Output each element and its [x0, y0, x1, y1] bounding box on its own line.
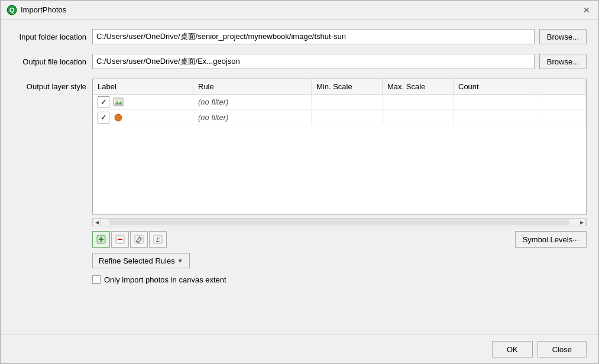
row1-extra — [536, 95, 586, 109]
bottom-bar: OK Close — [1, 334, 598, 363]
canvas-extent-checkbox[interactable] — [92, 275, 101, 284]
dialog-title: ImportPhotos — [21, 5, 66, 14]
col-header-extra — [536, 79, 586, 94]
toolbar-left: Σ — [92, 231, 167, 248]
row2-maxscale — [383, 110, 454, 125]
close-icon[interactable]: ✕ — [581, 4, 592, 16]
table-row[interactable]: (no filter) — [93, 110, 586, 125]
add-icon — [96, 235, 106, 244]
qgis-logo-icon: Q — [7, 5, 17, 15]
row1-label-cell — [93, 95, 193, 109]
ok-button[interactable]: OK — [492, 341, 533, 358]
row1-minscale — [312, 95, 383, 109]
edit-icon — [134, 235, 144, 244]
row2-count — [454, 110, 536, 125]
col-header-rule: Rule — [193, 79, 312, 94]
rules-table: Label Rule Min. Scale Max. Scale Count — [92, 79, 587, 214]
row1-checkbox[interactable] — [98, 96, 109, 108]
input-folder-row: Input folder location Browse... — [12, 29, 587, 44]
row1-count — [454, 95, 536, 109]
row2-label-cell — [93, 110, 193, 125]
refine-row: Refine Selected Rules ▼ — [92, 252, 587, 269]
svg-point-5 — [115, 114, 122, 121]
layer-style-label: Output layer style — [12, 79, 92, 91]
symbol-levels-button[interactable]: Symbol Levels··· — [515, 231, 587, 248]
table-header: Label Rule Min. Scale Max. Scale Count — [93, 79, 586, 95]
table-row[interactable]: (no filter) — [93, 95, 586, 110]
dialog: Q ImportPhotos ✕ Input folder location B… — [0, 0, 599, 364]
scroll-right-icon[interactable]: ▶ — [578, 218, 586, 226]
svg-text:Q: Q — [9, 6, 15, 14]
input-folder-field[interactable] — [92, 29, 535, 44]
col-header-count: Count — [454, 79, 536, 94]
horizontal-scrollbar[interactable]: ◀ ▶ — [92, 218, 587, 226]
row2-checkbox[interactable] — [98, 112, 109, 124]
output-file-field[interactable] — [92, 54, 535, 69]
layer-style-section: Output layer style Label Rule Min. Scale… — [12, 79, 587, 325]
refine-label: Refine Selected Rules — [99, 256, 175, 265]
row2-rule: (no filter) — [193, 110, 312, 125]
edit-rule-button[interactable] — [130, 231, 148, 248]
image-icon — [113, 97, 124, 108]
row2-minscale — [312, 110, 383, 125]
col-header-maxscale: Max. Scale — [383, 79, 454, 94]
refine-selected-rules-button[interactable]: Refine Selected Rules ▼ — [92, 253, 190, 268]
sigma-button[interactable]: Σ — [149, 231, 167, 248]
dropdown-arrow-icon: ▼ — [177, 258, 183, 264]
row1-maxscale — [383, 95, 454, 109]
scroll-left-icon[interactable]: ◀ — [93, 218, 101, 226]
sigma-icon: Σ — [153, 235, 163, 244]
output-file-row: Output file location Browse... — [12, 54, 587, 69]
col-header-label: Label — [93, 79, 193, 94]
content-area: Input folder location Browse... Output f… — [1, 20, 598, 334]
svg-text:Σ: Σ — [156, 236, 160, 243]
remove-rule-button[interactable] — [111, 231, 129, 248]
row2-extra — [536, 110, 586, 125]
output-file-browse-button[interactable]: Browse... — [539, 54, 587, 69]
input-folder-label: Input folder location — [12, 32, 92, 41]
input-folder-browse-button[interactable]: Browse... — [539, 29, 587, 44]
table-body: (no filter) — [93, 95, 586, 214]
canvas-extent-row: Only import photos in canvas extent — [92, 272, 587, 287]
scrollbar-track[interactable] — [109, 219, 569, 225]
title-bar: Q ImportPhotos ✕ — [1, 1, 598, 20]
close-dialog-button[interactable]: Close — [538, 341, 587, 358]
layer-panel: Label Rule Min. Scale Max. Scale Count — [92, 79, 587, 287]
output-file-label: Output file location — [12, 57, 92, 66]
circle-orange-icon — [114, 113, 123, 122]
row1-icon — [112, 96, 125, 109]
col-header-minscale: Min. Scale — [312, 79, 383, 94]
row2-icon — [112, 111, 125, 124]
minus-icon — [115, 235, 125, 244]
toolbar-row: Σ Symbol Levels··· — [92, 230, 587, 249]
add-rule-button[interactable] — [92, 231, 110, 248]
title-bar-left: Q ImportPhotos — [7, 5, 66, 15]
row1-rule: (no filter) — [193, 95, 312, 109]
canvas-extent-label: Only import photos in canvas extent — [104, 275, 226, 284]
